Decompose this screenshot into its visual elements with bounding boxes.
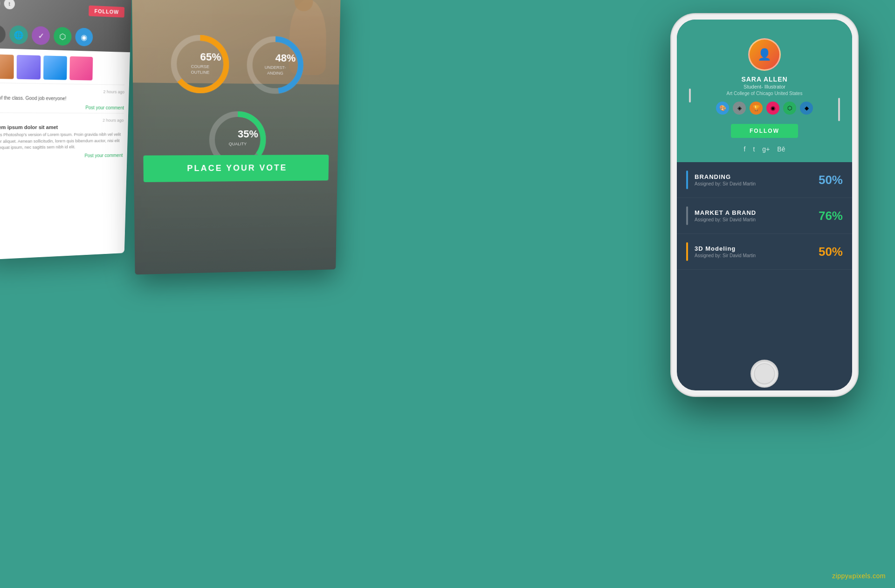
phone-outer: 👤 SARA ALLEN Student- Illustrator Art Co… [671, 14, 858, 396]
phone-profile-school: Art College of Chicago United States [686, 91, 843, 96]
phone-home-inner [754, 363, 775, 384]
skill-icon-2: ◈ [733, 102, 746, 115]
nav-icons-left: ⊞ 🌐 ✓ ⬡ ◉ [0, 24, 93, 46]
branding-bar [686, 171, 688, 189]
avatar-row [0, 48, 130, 85]
phone-follow-button[interactable]: FOLLOW [731, 124, 798, 138]
quality-label: QUALITY [229, 142, 247, 146]
avatar-4[interactable] [69, 56, 93, 81]
skill-icon-3: 🏆 [750, 102, 763, 115]
phone-facebook-icon[interactable]: f [744, 145, 746, 153]
avatar-1[interactable] [0, 54, 14, 79]
nav-icon-circle[interactable]: ◉ [75, 27, 93, 46]
skill-row-market: MARKET A BRAND Assigned by: Sir David Ma… [677, 198, 852, 234]
3d-name: 3D Modeling [695, 245, 819, 252]
nav-icon-check[interactable]: ✓ [32, 26, 50, 45]
understanding-label2: ANDING [267, 71, 283, 75]
phone-social-row: f t g+ Bē [686, 145, 843, 153]
comment-1-text: sult of the class. Good job everyone! [0, 95, 124, 103]
phone-wrapper: 👤 SARA ALLEN Student- Illustrator Art Co… [653, 0, 895, 545]
course-outline-label2: OUTLINE [191, 70, 209, 75]
skill-icon-4: ◉ [766, 102, 779, 115]
understanding-chart: 48% UNDERST- ANDING [242, 31, 308, 98]
branding-assigned: Assigned by: Sir David Martin [695, 181, 819, 186]
market-assigned: Assigned by: Sir David Martin [695, 217, 819, 222]
skill-row-branding: BRANDING Assigned by: Sir David Martin 5… [677, 162, 852, 198]
lorem-body: This is Photoshop's version of Lorem Ips… [0, 132, 124, 151]
follow-button-left[interactable]: FOLLOW [89, 6, 124, 18]
donut-row-top: 65% COURSE OUTLINE 48% UNDERST- ANDING [142, 29, 331, 98]
course-outline-chart: 65% COURSE OUTLINE [166, 30, 234, 97]
social-icons-left: f t [0, 0, 15, 9]
market-bar [686, 206, 688, 225]
phone-content-area: BRANDING Assigned by: Sir David Martin 5… [677, 162, 852, 270]
watermark: zippy⊞pixels.com [832, 572, 886, 580]
phone-profile-name: SARA ALLEN [686, 75, 843, 83]
phone-side-button-right [838, 98, 840, 121]
nav-icon-globe[interactable]: 🌐 [9, 25, 28, 44]
phone-twitter-icon[interactable]: t [753, 145, 755, 153]
comment-1: 2 hours ago sult of the class. Good job … [0, 83, 129, 113]
avatar-emoji: 👤 [757, 48, 771, 61]
watermark-zippy: zippy [832, 572, 848, 580]
twitter-icon-left[interactable]: t [4, 0, 15, 9]
post-comment-link-1[interactable]: Post your comment [0, 104, 124, 110]
skill-icon-6: ◆ [800, 102, 813, 115]
branding-name: BRANDING [695, 173, 819, 180]
phone-avatar: 👤 [748, 38, 781, 71]
3d-percent: 50% [819, 245, 843, 259]
nav-icon-hex[interactable]: ⬡ [54, 27, 72, 46]
nav-icon-grid[interactable]: ⊞ [0, 24, 6, 44]
market-info: MARKET A BRAND Assigned by: Sir David Ma… [695, 209, 819, 222]
3d-info: 3D Modeling Assigned by: Sir David Marti… [695, 245, 819, 258]
post-comment-link-2[interactable]: Post your comment [0, 152, 123, 159]
branding-info: BRANDING Assigned by: Sir David Martin [695, 173, 819, 186]
comment-2: 2 hours ago Lorem ipsum dolor sit amet T… [0, 113, 128, 162]
avatar-3[interactable] [43, 55, 67, 80]
understanding-svg: 48% UNDERST- ANDING [242, 31, 308, 98]
phone-behance-icon[interactable]: Bē [777, 145, 785, 153]
skill-row-3d: 3D Modeling Assigned by: Sir David Marti… [677, 234, 852, 270]
phone-profile-title: Student- Illustrator [686, 84, 843, 89]
avatar-2[interactable] [17, 55, 41, 80]
market-name: MARKET A BRAND [695, 209, 819, 216]
phone-google-icon[interactable]: g+ [762, 145, 770, 153]
charts-area: 65% COURSE OUTLINE 48% UNDERST- ANDING [132, 0, 341, 196]
course-outline-svg: 65% COURSE OUTLINE [166, 30, 234, 97]
left-panel: f t FOLLOW ⊞ 🌐 ✓ ⬡ ◉ 2 hours ago sult of… [0, 0, 132, 260]
skill-icon-5: ⬡ [783, 102, 796, 115]
quality-pct: 35% [238, 128, 258, 140]
branding-percent: 50% [819, 173, 843, 187]
skill-icon-1: 🎨 [716, 102, 729, 115]
phone-profile-area: 👤 SARA ALLEN Student- Illustrator Art Co… [677, 20, 852, 162]
comment-2-time: 2 hours ago [0, 118, 124, 123]
course-outline-pct: 65% [200, 51, 221, 63]
watermark-grid: ⊞ [848, 574, 853, 579]
phone-home-button[interactable] [750, 360, 778, 388]
3d-assigned: Assigned by: Sir David Martin [695, 253, 819, 258]
market-percent: 76% [819, 209, 843, 223]
left-panel-header: f t FOLLOW ⊞ 🌐 ✓ ⬡ ◉ [0, 0, 132, 52]
understanding-pct: 48% [275, 52, 296, 64]
comment-1-time: 2 hours ago [0, 88, 124, 95]
lorem-title: Lorem ipsum dolor sit amet [0, 124, 124, 130]
course-outline-label1: COURSE [191, 64, 209, 69]
vote-button[interactable]: PLACE YOUR VOTE [143, 155, 329, 182]
phone-side-button-left [689, 89, 691, 103]
understanding-label1: UNDERST- [265, 65, 286, 70]
3d-bar [686, 242, 688, 261]
phone-screen: 👤 SARA ALLEN Student- Illustrator Art Co… [677, 20, 852, 390]
phone-skill-icons: 🎨 ◈ 🏆 ◉ ⬡ ◆ [686, 102, 843, 115]
middle-panel: 65% COURSE OUTLINE 48% UNDERST- ANDING [132, 0, 341, 274]
watermark-pixels: pixels.com [853, 572, 886, 580]
